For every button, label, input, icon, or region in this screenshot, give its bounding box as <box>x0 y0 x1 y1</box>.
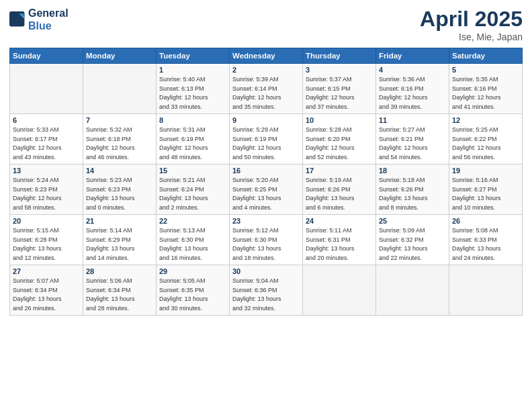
calendar-cell: 16Sunrise: 5:20 AMSunset: 6:25 PMDayligh… <box>230 165 303 215</box>
calendar-cell: 26Sunrise: 5:08 AMSunset: 6:33 PMDayligh… <box>449 215 523 265</box>
calendar-cell <box>449 265 523 316</box>
title-block: April 2025 Ise, Mie, Japan <box>420 7 523 42</box>
calendar-cell: 21Sunrise: 5:14 AMSunset: 6:29 PMDayligh… <box>83 215 157 265</box>
day-number: 11 <box>379 116 446 124</box>
day-info: Sunrise: 5:13 AMSunset: 6:30 PMDaylight:… <box>159 226 226 263</box>
calendar-cell <box>303 265 376 316</box>
day-info: Sunrise: 5:21 AMSunset: 6:24 PMDaylight:… <box>159 176 226 212</box>
calendar-cell: 11Sunrise: 5:27 AMSunset: 6:21 PMDayligh… <box>376 114 449 165</box>
day-number: 18 <box>379 167 446 175</box>
calendar-cell: 17Sunrise: 5:19 AMSunset: 6:26 PMDayligh… <box>303 165 376 215</box>
logo-icon <box>9 11 26 28</box>
day-number: 10 <box>306 116 373 124</box>
day-info: Sunrise: 5:35 AMSunset: 6:16 PMDaylight:… <box>452 75 519 111</box>
day-info: Sunrise: 5:25 AMSunset: 6:22 PMDaylight:… <box>452 126 519 162</box>
day-info: Sunrise: 5:23 AMSunset: 6:23 PMDaylight:… <box>86 176 153 212</box>
day-info: Sunrise: 5:32 AMSunset: 6:18 PMDaylight:… <box>86 126 153 162</box>
day-info: Sunrise: 5:08 AMSunset: 6:33 PMDaylight:… <box>452 226 519 263</box>
day-number: 8 <box>159 116 226 124</box>
day-number: 28 <box>86 267 153 275</box>
day-info: Sunrise: 5:39 AMSunset: 6:14 PMDaylight:… <box>232 75 300 111</box>
day-info: Sunrise: 5:29 AMSunset: 6:19 PMDaylight:… <box>232 126 300 162</box>
day-info: Sunrise: 5:33 AMSunset: 6:17 PMDaylight:… <box>13 126 80 162</box>
day-number: 1 <box>159 66 226 74</box>
calendar-table: SundayMondayTuesdayWednesdayThursdayFrid… <box>9 48 523 316</box>
day-info: Sunrise: 5:31 AMSunset: 6:19 PMDaylight:… <box>159 126 226 162</box>
day-info: Sunrise: 5:11 AMSunset: 6:31 PMDaylight:… <box>306 226 373 263</box>
day-info: Sunrise: 5:04 AMSunset: 6:36 PMDaylight:… <box>232 277 300 313</box>
day-number: 29 <box>159 267 226 275</box>
weekday-header: Sunday <box>10 48 83 64</box>
calendar-cell <box>10 64 83 114</box>
logo: General Blue <box>9 7 69 32</box>
calendar-cell: 24Sunrise: 5:11 AMSunset: 6:31 PMDayligh… <box>303 215 376 265</box>
calendar-cell <box>83 64 157 114</box>
calendar-week-row: 1Sunrise: 5:40 AMSunset: 6:13 PMDaylight… <box>10 64 523 114</box>
weekday-header: Thursday <box>303 48 376 64</box>
day-number: 25 <box>379 217 446 225</box>
day-number: 7 <box>86 116 153 124</box>
calendar-container: General Blue April 2025 Ise, Mie, Japan … <box>0 0 532 411</box>
location: Ise, Mie, Japan <box>420 32 523 42</box>
day-info: Sunrise: 5:28 AMSunset: 6:20 PMDaylight:… <box>306 126 373 162</box>
day-info: Sunrise: 5:18 AMSunset: 6:26 PMDaylight:… <box>379 176 446 212</box>
calendar-cell: 20Sunrise: 5:15 AMSunset: 6:28 PMDayligh… <box>10 215 83 265</box>
day-info: Sunrise: 5:19 AMSunset: 6:26 PMDaylight:… <box>306 176 373 212</box>
calendar-cell: 29Sunrise: 5:05 AMSunset: 6:35 PMDayligh… <box>157 265 230 316</box>
day-info: Sunrise: 5:14 AMSunset: 6:29 PMDaylight:… <box>86 226 153 263</box>
calendar-cell: 15Sunrise: 5:21 AMSunset: 6:24 PMDayligh… <box>157 165 230 215</box>
calendar-week-row: 13Sunrise: 5:24 AMSunset: 6:23 PMDayligh… <box>10 165 523 215</box>
day-info: Sunrise: 5:06 AMSunset: 6:34 PMDaylight:… <box>86 277 153 313</box>
day-number: 24 <box>306 217 373 225</box>
day-number: 19 <box>452 167 519 175</box>
day-info: Sunrise: 5:36 AMSunset: 6:16 PMDaylight:… <box>379 75 446 111</box>
day-number: 20 <box>13 217 80 225</box>
day-info: Sunrise: 5:05 AMSunset: 6:35 PMDaylight:… <box>159 277 226 313</box>
day-number: 14 <box>86 167 153 175</box>
calendar-cell: 5Sunrise: 5:35 AMSunset: 6:16 PMDaylight… <box>449 64 523 114</box>
calendar-cell: 2Sunrise: 5:39 AMSunset: 6:14 PMDaylight… <box>230 64 303 114</box>
month-title: April 2025 <box>420 7 523 32</box>
day-number: 2 <box>232 66 300 74</box>
day-number: 12 <box>452 116 519 124</box>
calendar-cell: 4Sunrise: 5:36 AMSunset: 6:16 PMDaylight… <box>376 64 449 114</box>
day-number: 13 <box>13 167 80 175</box>
day-number: 26 <box>452 217 519 225</box>
calendar-cell <box>376 265 449 316</box>
day-number: 4 <box>379 66 446 74</box>
day-number: 17 <box>306 167 373 175</box>
day-info: Sunrise: 5:16 AMSunset: 6:27 PMDaylight:… <box>452 176 519 212</box>
calendar-cell: 1Sunrise: 5:40 AMSunset: 6:13 PMDaylight… <box>157 64 230 114</box>
calendar-cell: 10Sunrise: 5:28 AMSunset: 6:20 PMDayligh… <box>303 114 376 165</box>
calendar-cell: 13Sunrise: 5:24 AMSunset: 6:23 PMDayligh… <box>10 165 83 215</box>
day-number: 9 <box>232 116 300 124</box>
calendar-cell: 6Sunrise: 5:33 AMSunset: 6:17 PMDaylight… <box>10 114 83 165</box>
calendar-cell: 23Sunrise: 5:12 AMSunset: 6:30 PMDayligh… <box>230 215 303 265</box>
day-number: 6 <box>13 116 80 124</box>
calendar-cell: 9Sunrise: 5:29 AMSunset: 6:19 PMDaylight… <box>230 114 303 165</box>
logo-text: General Blue <box>28 7 69 32</box>
day-number: 27 <box>13 267 80 275</box>
calendar-week-row: 27Sunrise: 5:07 AMSunset: 6:34 PMDayligh… <box>10 265 523 316</box>
calendar-week-row: 6Sunrise: 5:33 AMSunset: 6:17 PMDaylight… <box>10 114 523 165</box>
day-number: 5 <box>452 66 519 74</box>
day-info: Sunrise: 5:40 AMSunset: 6:13 PMDaylight:… <box>159 75 226 111</box>
day-number: 16 <box>232 167 300 175</box>
day-number: 22 <box>159 217 226 225</box>
calendar-cell: 19Sunrise: 5:16 AMSunset: 6:27 PMDayligh… <box>449 165 523 215</box>
day-info: Sunrise: 5:24 AMSunset: 6:23 PMDaylight:… <box>13 176 80 212</box>
calendar-cell: 18Sunrise: 5:18 AMSunset: 6:26 PMDayligh… <box>376 165 449 215</box>
day-number: 3 <box>306 66 373 74</box>
weekday-header: Monday <box>83 48 157 64</box>
header: General Blue April 2025 Ise, Mie, Japan <box>9 7 523 42</box>
day-info: Sunrise: 5:07 AMSunset: 6:34 PMDaylight:… <box>13 277 80 313</box>
calendar-cell: 30Sunrise: 5:04 AMSunset: 6:36 PMDayligh… <box>230 265 303 316</box>
calendar-cell: 22Sunrise: 5:13 AMSunset: 6:30 PMDayligh… <box>157 215 230 265</box>
weekday-header: Saturday <box>449 48 523 64</box>
weekday-header: Friday <box>376 48 449 64</box>
calendar-cell: 3Sunrise: 5:37 AMSunset: 6:15 PMDaylight… <box>303 64 376 114</box>
weekday-header: Wednesday <box>230 48 303 64</box>
day-number: 15 <box>159 167 226 175</box>
day-number: 21 <box>86 217 153 225</box>
calendar-cell: 25Sunrise: 5:09 AMSunset: 6:32 PMDayligh… <box>376 215 449 265</box>
